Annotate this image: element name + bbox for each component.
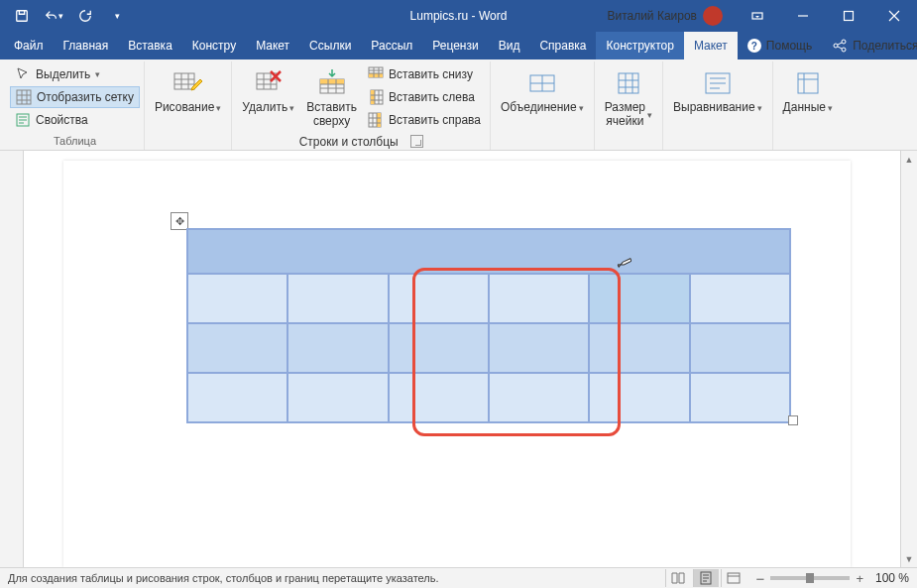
read-mode-button[interactable]	[665, 569, 691, 587]
rowscols-launcher[interactable]	[410, 135, 423, 148]
user-avatar	[703, 6, 723, 26]
table-cell[interactable]	[187, 274, 287, 323]
table-cell[interactable]	[187, 373, 287, 422]
table-cell[interactable]	[589, 274, 689, 323]
tab-view[interactable]: Вид	[489, 32, 530, 59]
insert-right-icon	[368, 112, 384, 128]
zoom-slider[interactable]	[770, 576, 850, 580]
table-row[interactable]	[187, 274, 790, 323]
group-merge: Объединение▾	[491, 61, 595, 150]
table-cell[interactable]	[690, 373, 790, 422]
svg-rect-2	[845, 12, 854, 21]
table-cell[interactable]	[389, 323, 489, 373]
alignment-button[interactable]: Выравнивание▾	[667, 63, 768, 119]
document-table[interactable]	[186, 228, 791, 423]
insert-right-button[interactable]: Вставить справа	[363, 109, 486, 131]
cell-size-button[interactable]: Размер ячейки ▾	[599, 63, 658, 133]
svg-point-5	[842, 48, 846, 52]
svg-rect-6	[17, 90, 31, 104]
draw-table-button[interactable]: Рисование▾	[149, 63, 227, 119]
table-cell[interactable]	[489, 323, 589, 373]
table-cell[interactable]	[287, 274, 388, 323]
svg-rect-15	[371, 90, 375, 104]
draw-table-icon	[172, 67, 204, 99]
tab-table-design[interactable]: Конструктор	[596, 32, 683, 59]
tell-me-button[interactable]: ?Помощь	[738, 32, 822, 59]
share-button[interactable]: Поделиться	[822, 32, 917, 59]
table-row[interactable]	[187, 229, 790, 274]
document-page: ✥	[63, 161, 851, 567]
minimize-button[interactable]	[780, 0, 826, 32]
scroll-up-button[interactable]: ▲	[901, 151, 917, 168]
table-cell[interactable]	[187, 229, 790, 274]
print-layout-button[interactable]	[693, 569, 719, 587]
tab-file[interactable]: Файл	[4, 32, 54, 59]
web-layout-button[interactable]	[721, 569, 746, 587]
table-cell[interactable]	[389, 274, 489, 323]
insert-left-button[interactable]: Вставить слева	[363, 86, 486, 108]
data-button[interactable]: Данные▾	[777, 63, 839, 119]
ribbon-options-button[interactable]	[735, 0, 780, 32]
qat-customize-button[interactable]: ▾	[103, 2, 131, 30]
undo-button[interactable]: ▾	[40, 2, 67, 30]
table-cell[interactable]	[690, 323, 790, 373]
status-message: Для создания таблицы и рисования строк, …	[8, 572, 439, 584]
table-cell[interactable]	[489, 274, 589, 323]
view-gridlines-button[interactable]: Отобразить сетку	[10, 86, 140, 108]
zoom-out-button[interactable]: −	[756, 570, 765, 587]
delete-button[interactable]: Удалить▾	[236, 63, 300, 119]
table-row[interactable]	[187, 323, 790, 373]
close-button[interactable]	[871, 0, 917, 32]
table-cell[interactable]	[187, 323, 287, 373]
table-cell[interactable]	[489, 373, 589, 422]
svg-rect-17	[377, 113, 381, 127]
redo-button[interactable]	[71, 2, 99, 30]
autosave-button[interactable]	[8, 2, 36, 30]
alignment-icon	[702, 67, 734, 99]
tab-layout[interactable]: Макет	[246, 32, 299, 59]
merge-button[interactable]: Объединение▾	[495, 63, 590, 119]
table-resize-handle[interactable]	[788, 415, 798, 425]
table-cell[interactable]	[287, 373, 388, 422]
svg-rect-13	[369, 73, 383, 77]
scroll-down-button[interactable]: ▼	[901, 550, 917, 567]
tab-home[interactable]: Главная	[54, 32, 119, 59]
tab-table-layout[interactable]: Макет	[684, 32, 738, 59]
table-cell[interactable]	[287, 323, 388, 373]
insert-below-icon	[368, 66, 384, 82]
zoom-level[interactable]: 100 %	[875, 571, 909, 585]
insert-above-button[interactable]: Вставить сверху	[300, 63, 363, 133]
merge-icon	[526, 67, 558, 99]
insert-below-button[interactable]: Вставить снизу	[363, 63, 486, 85]
vertical-scrollbar[interactable]: ▲ ▼	[900, 151, 917, 567]
table-cell[interactable]	[690, 274, 790, 323]
table-row[interactable]	[187, 373, 790, 422]
cursor-icon	[15, 66, 31, 82]
table-cell[interactable]	[389, 373, 489, 422]
tab-review[interactable]: Рецензи	[422, 32, 488, 59]
zoom-thumb[interactable]	[806, 573, 814, 583]
tab-help[interactable]: Справка	[529, 32, 596, 59]
svg-rect-21	[798, 73, 818, 93]
group-table-label: Таблица	[54, 133, 96, 149]
table-cell[interactable]	[589, 373, 689, 422]
tab-mailings[interactable]: Рассыл	[361, 32, 422, 59]
zoom-in-button[interactable]: +	[856, 571, 863, 586]
maximize-button[interactable]	[826, 0, 871, 32]
select-button[interactable]: Выделить▾	[10, 63, 140, 85]
quick-access-toolbar: ▾ ▾	[0, 2, 139, 30]
insert-above-icon	[316, 67, 348, 99]
tab-insert[interactable]: Вставка	[118, 32, 182, 59]
titlebar: ▾ ▾ Lumpics.ru - Word Виталий Каиров	[0, 0, 917, 32]
ruler-corner	[0, 151, 24, 567]
document-canvas[interactable]: ✥	[24, 151, 900, 567]
ribbon-tabs: Файл Главная Вставка Констру Макет Ссылк…	[0, 32, 917, 59]
ribbon: Выделить▾ Отобразить сетку Свойства Табл…	[0, 59, 917, 151]
properties-button[interactable]: Свойства	[10, 109, 140, 131]
tab-design[interactable]: Констру	[182, 32, 246, 59]
table-cell[interactable]	[589, 323, 689, 373]
data-icon	[792, 67, 824, 99]
user-account[interactable]: Виталий Каиров	[599, 6, 731, 26]
tab-references[interactable]: Ссылки	[299, 32, 361, 59]
scroll-track[interactable]	[901, 168, 917, 550]
